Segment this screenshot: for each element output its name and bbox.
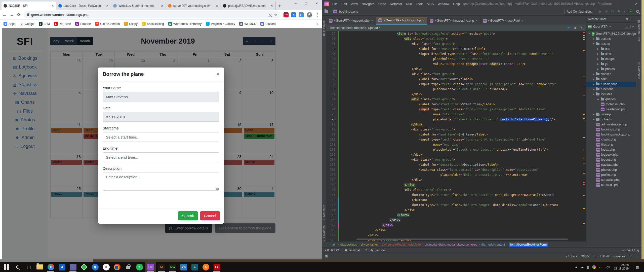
tree-expand-icon[interactable]: ▶ [597, 53, 599, 55]
breadcrumb-item[interactable]: div.bookings [340, 243, 357, 246]
bookmark-item[interactable]: ▼GitLab 2lemon [95, 22, 120, 26]
lock-sync-app-icon[interactable] [123, 262, 134, 272]
line-ending[interactable]: LF [593, 255, 596, 258]
tree-row[interactable]: PHPstatistics.php [586, 182, 636, 187]
file-encoding[interactable]: UTF-8 [600, 255, 609, 258]
submit-button[interactable]: Submit [178, 211, 198, 220]
tree-row[interactable]: PHPadministration.php [586, 122, 636, 127]
tree-row[interactable]: PHPfooter.inc.php [586, 102, 636, 107]
blue-arrow-extension-icon[interactable]: ➤ [291, 12, 296, 17]
slack-icon[interactable]: # [101, 262, 112, 272]
taskbar-clock[interactable]: 09:58 21-11-2019 [614, 264, 629, 270]
bookmark-item[interactable]: ◔Projects • Clockify [206, 22, 235, 26]
volume-muted-icon[interactable]: ◁✕ [606, 265, 611, 269]
menu-vcs[interactable]: VCS [427, 2, 434, 6]
tree-row[interactable]: ▶uploads [586, 117, 636, 122]
tab-close-icon[interactable]: ✕ [475, 19, 477, 22]
debug-icon[interactable]: ❖ [605, 10, 608, 13]
translate-icon[interactable]: A [268, 13, 272, 17]
tree-row[interactable]: PHPindex.php [586, 147, 636, 152]
bookmark-item[interactable]: ●Clippy [124, 22, 137, 26]
tab-close-icon[interactable]: ✕ [422, 19, 424, 22]
maps-pin-app-icon[interactable]: ◉ [90, 262, 101, 272]
date-field[interactable]: 07-11-2019 [103, 112, 219, 122]
menu-help[interactable]: Help [453, 2, 460, 6]
stripe-mark[interactable] [583, 77, 585, 77]
editor-tab[interactable]: PHP<GeertFTP> resetFuel✕ [480, 17, 526, 25]
stripe-mark[interactable] [583, 173, 585, 174]
start-time-field[interactable]: Select a start time... [103, 132, 219, 142]
tree-row[interactable]: PHPbookings.php [586, 127, 636, 132]
tree-row[interactable]: ▶photos [586, 66, 636, 72]
teams-icon[interactable]: T [67, 262, 78, 272]
add-configuration-button[interactable]: Add Configuration... [564, 9, 596, 14]
chevron-down-icon[interactable]: ▼ [609, 25, 611, 28]
tree-expand-icon[interactable]: ▶ [592, 78, 595, 80]
maximize-icon[interactable]: ▢ [626, 2, 628, 6]
bookmark-item[interactable]: KKaasHosting [142, 22, 164, 26]
bookmark-item[interactable]: EEduarte [75, 22, 91, 26]
xampp-icon[interactable]: X [200, 262, 211, 272]
bookmark-item[interactable]: ▶YouTube [54, 22, 71, 26]
action-center-icon[interactable]: ▤ [633, 262, 641, 272]
favorites-toolwindow-tab[interactable]: 2: Favorites [322, 223, 326, 244]
structure-toolwindow-tab[interactable]: 7: Structure [322, 202, 326, 223]
bookmark-item[interactable]: ⊞Apps [4, 22, 15, 26]
outlook-icon[interactable]: O [56, 262, 67, 272]
breadcrumb-item[interactable]: div.container [361, 243, 378, 246]
close-icon[interactable]: ✕ [311, 0, 322, 7]
green-diamond-app-icon[interactable] [78, 262, 90, 272]
bookmarks-overflow-icon[interactable]: » [317, 22, 318, 26]
indent-setting[interactable]: 4 spaces [613, 255, 625, 258]
tree-expand-icon[interactable]: ▶ [592, 118, 595, 121]
tree-row[interactable]: PHPbookingsbackup.php [586, 132, 636, 137]
tree-row[interactable]: PHPfiles.php [586, 142, 636, 147]
tree-row[interactable]: ▶functions [586, 87, 636, 92]
tree-row[interactable]: ▶images [586, 56, 636, 61]
tree-expand-icon[interactable]: ▶ [592, 113, 595, 116]
menu-tools[interactable]: Tools [416, 2, 423, 6]
stripe-mark[interactable] [583, 37, 585, 38]
tree-expand-icon[interactable]: ▼ [588, 32, 590, 35]
datagrip-icon[interactable]: DG [167, 262, 178, 272]
stripe-mark[interactable] [583, 50, 585, 51]
tree-row[interactable]: PHPcharts.php [586, 137, 636, 142]
stripe-mark[interactable] [583, 195, 585, 196]
browser-tab[interactable]: server007.yourhosting.nl:84✕ [166, 2, 221, 10]
services-icon[interactable]: ⚑ [617, 10, 620, 13]
navbar-file[interactable]: bookings.php [339, 10, 358, 13]
stripe-mark[interactable] [583, 184, 585, 185]
menu-view[interactable]: View [351, 2, 358, 6]
browser-menu-icon[interactable]: ⋮ [315, 12, 319, 17]
menu-run[interactable]: Run [406, 2, 412, 6]
device-tray-icon[interactable]: ▯ [587, 265, 589, 269]
tree-row[interactable]: ▶js [586, 61, 636, 66]
stripe-mark[interactable] [583, 158, 585, 158]
upload-arrows-icon[interactable]: ⇈ [567, 26, 570, 30]
close-icon[interactable]: ✕ [635, 2, 637, 6]
server-more-button[interactable]: … [624, 25, 631, 28]
tree-row[interactable]: ▶css [586, 46, 636, 51]
breadcrumb-item[interactable]: form#borrowBookingsForm [509, 243, 548, 247]
toolwindow-toggle-icon[interactable]: ▣ [325, 255, 328, 258]
menu-file[interactable]: File [332, 2, 338, 6]
file-explorer-icon[interactable] [34, 262, 45, 272]
close-icon[interactable]: × [217, 72, 219, 77]
coverage-icon[interactable]: ↻ [611, 10, 614, 13]
browser-tab[interactable]: pickerjs/README.md at ma✕ [221, 2, 276, 10]
adblock-plus-icon[interactable]: ABP [284, 12, 289, 17]
breadcrumb-item[interactable]: div#borrowModal.modal.fade [382, 243, 421, 246]
tree-row[interactable]: PHPphotos.php [586, 167, 636, 172]
bookmark-item[interactable]: GGoogle [20, 22, 34, 26]
onedrive-icon[interactable]: ☁ [581, 265, 584, 269]
tree-row[interactable]: PHPprofile.php [586, 172, 636, 177]
menu-navigate[interactable]: Navigate [361, 2, 374, 6]
tree-row[interactable]: ▶actions [586, 36, 636, 41]
display-tray-icon[interactable]: ▭ [599, 265, 602, 269]
toolwindow-button-terminal[interactable]: ▣ Terminal [345, 249, 360, 252]
run-icon[interactable]: ▶ [599, 10, 602, 13]
stripe-mark[interactable] [583, 35, 585, 36]
forward-icon[interactable]: → [10, 12, 14, 17]
remote-host-toolwindow-tab[interactable]: ▦ Remote Host [637, 17, 641, 44]
task-view-icon[interactable]: ▢ [23, 262, 34, 272]
